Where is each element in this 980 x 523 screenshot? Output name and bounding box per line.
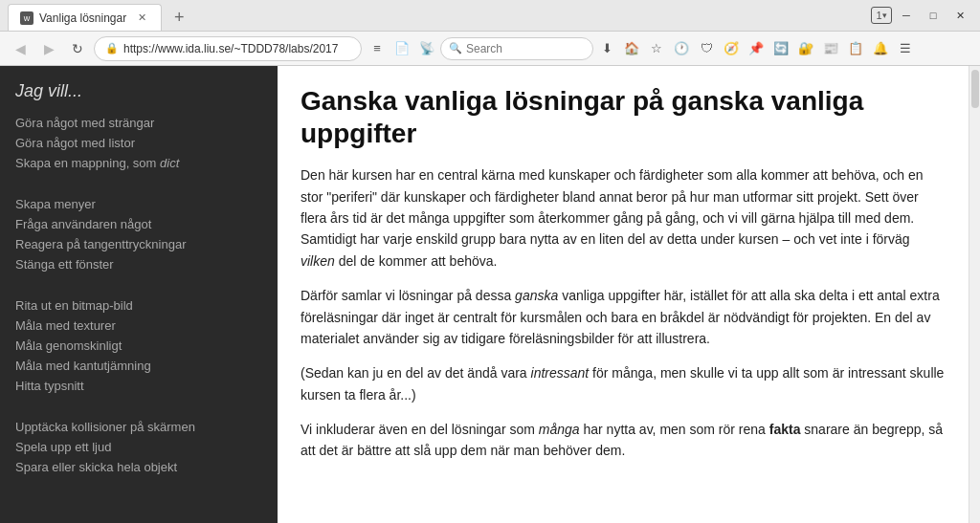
notification-icon[interactable]: 🔔	[869, 37, 892, 60]
sidebar-item-stanga[interactable]: Stänga ett fönster	[0, 254, 278, 274]
sidebar-divider-3	[0, 407, 278, 417]
sidebar-divider-2	[0, 286, 278, 295]
tab-count-badge: 1 ▾	[871, 7, 892, 24]
lock2-icon[interactable]: 🔐	[794, 37, 817, 60]
reader-icon[interactable]: 📰	[819, 37, 842, 60]
refresh-button[interactable]: ↻	[65, 36, 90, 61]
toolbar-icons: ≡ 📄 📡 🔍 ⬇ 🏠 ☆ 🕐 🛡 🧭 📌 🔄 🔐 📰 📋 🔔 ☰	[366, 37, 972, 60]
sidebar-item-kantutjamning[interactable]: Måla med kantutjämning	[0, 356, 278, 376]
home-icon[interactable]: 🏠	[620, 37, 643, 60]
maximize-button[interactable]: □	[921, 5, 946, 26]
compass-icon[interactable]: 🧭	[720, 37, 743, 60]
sidebar-divider-1	[0, 185, 278, 194]
refresh2-icon[interactable]: 🔄	[769, 37, 792, 60]
tab-favicon: w	[20, 11, 33, 25]
url-bar[interactable]: 🔒 https://www.ida.liu.se/~TDDD78/labs/20…	[94, 36, 362, 61]
page-icon[interactable]: 📄	[390, 37, 413, 60]
content-para-1: Den här kursen har en central kärna med …	[301, 164, 946, 272]
sidebar-item-bitmap[interactable]: Rita ut en bitmap-bild	[0, 295, 278, 316]
sidebar-item-mappning[interactable]: Skapa en mappning, som dict	[0, 153, 278, 173]
content-title: Ganska vanliga lösningar på ganska vanli…	[301, 85, 946, 149]
sidebar-item-ljud[interactable]: Spela upp ett ljud	[0, 437, 278, 457]
sidebar-item-texturer[interactable]: Måla med texturer	[0, 316, 278, 336]
new-tab-button[interactable]: +	[166, 4, 192, 31]
back-button[interactable]: ◀	[8, 36, 33, 61]
window-controls: 1 ▾ ─ □ ✕	[867, 5, 972, 26]
content-para-2: Därför samlar vi lösningar på dessa gans…	[301, 285, 946, 349]
pocket-icon[interactable]: 📋	[844, 37, 867, 60]
sidebar-group-3: Rita ut en bitmap-bild Måla med texturer…	[0, 295, 278, 396]
sidebar-item-spara[interactable]: Spara eller skicka hela objekt	[0, 457, 278, 477]
tab-close-button[interactable]: ✕	[134, 11, 149, 26]
address-bar: ◀ ▶ ↻ 🔒 https://www.ida.liu.se/~TDDD78/l…	[0, 31, 980, 65]
star-icon[interactable]: ☆	[645, 37, 668, 60]
sidebar-group-4: Upptäcka kollisioner på skärmen Spela up…	[0, 417, 278, 477]
menu-icon[interactable]: ☰	[894, 37, 917, 60]
forward-button[interactable]: ▶	[36, 36, 61, 61]
tab-title: Vanliga lösningar	[39, 11, 126, 25]
window-chrome: w Vanliga lösningar ✕ + 1 ▾ ─ □ ✕ ◀ ▶ ↻ …	[0, 0, 980, 66]
pin-icon[interactable]: 📌	[745, 37, 768, 60]
search-input[interactable]	[466, 42, 585, 55]
minimize-button[interactable]: ─	[894, 5, 919, 26]
sidebar-group-1: Göra något med strängar Göra något med l…	[0, 113, 278, 173]
sidebar-item-fraga[interactable]: Fråga användaren något	[0, 214, 278, 234]
sidebar-item-strangar[interactable]: Göra något med strängar	[0, 113, 278, 133]
sidebar-item-typsnitt[interactable]: Hitta typsnitt	[0, 376, 278, 396]
sidebar-item-genomskinligt[interactable]: Måla genomskinligt	[0, 336, 278, 356]
sidebar-title: Jag vill...	[0, 81, 278, 113]
sidebar-item-tangent[interactable]: Reagera på tangenttryckningar	[0, 234, 278, 254]
url-text: https://www.ida.liu.se/~TDDD78/labs/2017	[123, 42, 338, 55]
content-area: Ganska vanliga lösningar på ganska vanli…	[278, 66, 969, 523]
search-box[interactable]: 🔍	[440, 37, 593, 60]
shield-icon[interactable]: 🛡	[695, 37, 718, 60]
content-para-3: (Sedan kan ju en del av det ändå vara in…	[301, 362, 946, 405]
history-icon[interactable]: 🕐	[670, 37, 693, 60]
sidebar-item-kollisioner[interactable]: Upptäcka kollisioner på skärmen	[0, 417, 278, 437]
close-button[interactable]: ✕	[947, 5, 972, 26]
active-tab[interactable]: w Vanliga lösningar ✕	[8, 4, 162, 31]
tab-bar: w Vanliga lösningar ✕ +	[8, 0, 867, 31]
sidebar-item-listor[interactable]: Göra något med listor	[0, 133, 278, 153]
sidebar-item-menyer[interactable]: Skapa menyer	[0, 194, 278, 214]
scrollbar-track[interactable]	[969, 66, 980, 523]
scrollbar-thumb[interactable]	[971, 70, 979, 108]
sidebar: Jag vill... Göra något med strängar Göra…	[0, 66, 278, 523]
content-para-4: Vi inkluderar även en del lösningar som …	[301, 419, 946, 462]
rss-icon[interactable]: 📡	[415, 37, 438, 60]
title-bar: w Vanliga lösningar ✕ + 1 ▾ ─ □ ✕	[0, 0, 980, 31]
search-icon: 🔍	[449, 42, 462, 54]
bookmark-list-icon[interactable]: ≡	[366, 37, 389, 60]
sidebar-group-2: Skapa menyer Fråga användaren något Reag…	[0, 194, 278, 274]
main-area: Jag vill... Göra något med strängar Göra…	[0, 66, 980, 523]
download-icon[interactable]: ⬇	[595, 37, 618, 60]
lock-icon: 🔒	[104, 41, 120, 56]
